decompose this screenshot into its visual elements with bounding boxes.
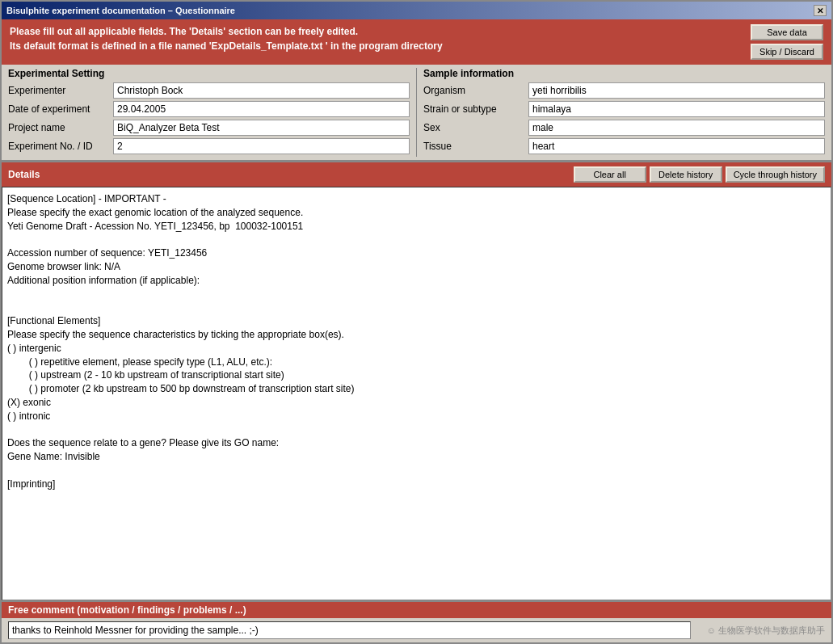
details-buttons: Clear all Delete history Cycle through h… (574, 166, 825, 183)
label-experimenter: Experimenter (8, 85, 113, 96)
title-bar: Bisulphite experiment documentation – Qu… (2, 2, 831, 19)
details-title: Details (8, 169, 40, 180)
details-textarea[interactable]: [Sequence Location] - IMPORTANT - Please… (2, 187, 831, 600)
form-row-date: Date of experiment (8, 101, 410, 117)
header-area: Please fill out all applicable fields. T… (2, 19, 831, 65)
save-data-button[interactable]: Save data (751, 24, 823, 40)
label-expno: Experiment No. / ID (8, 141, 113, 152)
label-project: Project name (8, 122, 113, 133)
input-project[interactable] (113, 120, 410, 136)
label-organism: Organism (423, 85, 528, 96)
skip-discard-button[interactable]: Skip / Discard (751, 44, 823, 60)
experimental-setting-panel: Experimental Setting Experimenter Date o… (2, 65, 416, 160)
input-expno[interactable] (113, 138, 410, 154)
label-strain: Strain or subtype (423, 103, 528, 115)
form-row-strain: Strain or subtype (423, 101, 825, 117)
details-header: Details Clear all Delete history Cycle t… (2, 162, 831, 187)
header-buttons: Save data Skip / Discard (751, 24, 823, 60)
form-row-project: Project name (8, 120, 410, 136)
label-date: Date of experiment (8, 103, 113, 115)
clear-all-button[interactable]: Clear all (574, 166, 646, 183)
free-comment-row: ☺ 生物医学软件与数据库助手 (2, 618, 831, 642)
free-comment-input[interactable] (8, 621, 691, 639)
free-comment-section: Free comment (motivation / findings / pr… (2, 600, 831, 642)
label-tissue: Tissue (423, 141, 528, 152)
sample-information-title: Sample information (423, 68, 825, 79)
form-row-sex: Sex (423, 120, 825, 136)
window-title: Bisulphite experiment documentation – Qu… (6, 6, 235, 15)
form-row-experimenter: Experimenter (8, 82, 410, 99)
form-row-tissue: Tissue (423, 138, 825, 154)
watermark: ☺ 生物医学软件与数据库助手 (707, 625, 825, 637)
input-date[interactable] (113, 101, 410, 117)
instruction-line1: Please fill out all applicable fields. T… (10, 24, 743, 39)
main-window: Bisulphite experiment documentation – Qu… (0, 0, 833, 644)
sample-information-panel: Sample information Organism Strain or su… (417, 65, 831, 160)
details-section: Details Clear all Delete history Cycle t… (2, 161, 831, 600)
input-tissue[interactable] (528, 138, 825, 154)
experimental-setting-title: Experimental Setting (8, 68, 410, 79)
two-col-section: Experimental Setting Experimenter Date o… (2, 65, 831, 161)
close-button[interactable]: ✕ (814, 5, 827, 16)
label-sex: Sex (423, 122, 528, 133)
input-strain[interactable] (528, 101, 825, 117)
form-row-organism: Organism (423, 82, 825, 99)
input-experimenter[interactable] (113, 82, 410, 99)
header-instructions: Please fill out all applicable fields. T… (10, 24, 743, 53)
form-row-expno: Experiment No. / ID (8, 138, 410, 154)
input-organism[interactable] (528, 82, 825, 99)
delete-history-button[interactable]: Delete history (650, 166, 722, 183)
free-comment-title: Free comment (motivation / findings / pr… (2, 602, 831, 618)
cycle-history-button[interactable]: Cycle through history (726, 166, 825, 183)
main-content: Experimental Setting Experimenter Date o… (2, 65, 831, 642)
input-sex[interactable] (528, 120, 825, 136)
instruction-line2: Its default format is defined in a file … (10, 39, 743, 53)
